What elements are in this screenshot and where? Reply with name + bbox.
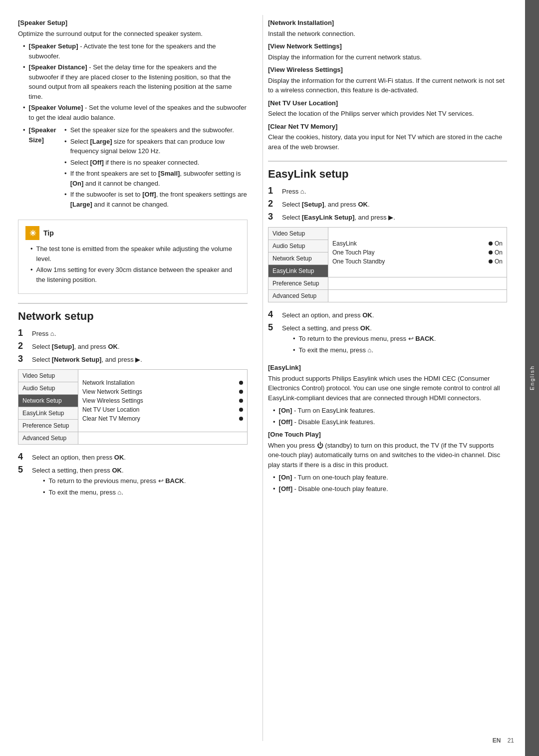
home-icon (368, 346, 372, 354)
step-text-2: Select [Setup], and press OK. (32, 343, 120, 350)
step-num-5: 5 (268, 322, 279, 333)
menu-right-item: Net TV User Location (82, 405, 243, 414)
easylink-steps-after: 4 Select an option, and press OK. 5 Sele… (268, 309, 507, 358)
menu-left-item: Audio Setup (269, 240, 328, 252)
table-row: Advanced Setup (269, 290, 507, 302)
main-content: [Speaker Setup] Optimize the surround ou… (0, 0, 527, 756)
step-num-1: 1 (268, 186, 279, 196)
step-3: 3 Select [EasyLink Setup], and press . (268, 212, 507, 222)
step-5-sub: To return to the previous menu, press ↩ … (293, 334, 436, 355)
step-4: 4 Select an option, and press OK. (268, 309, 507, 320)
dot-on-indicator: On (489, 249, 503, 256)
clear-net-tv-desc: Clear the cookies, history, data you inp… (268, 132, 507, 152)
arrow-right-icon (388, 214, 393, 221)
page: English [Speaker Setup] Optimize the sur… (0, 0, 539, 756)
item-label: [Speaker Size] (29, 125, 58, 145)
menu-right-item: One Touch Standby On (332, 257, 503, 266)
menu-left-item-highlighted: Network Setup (18, 395, 78, 407)
step-1: 1 Press . (18, 328, 248, 338)
speaker-setup-list: [Speaker Setup] - Activate the test tone… (23, 41, 248, 214)
view-network-heading: [View Network Settings] (268, 41, 507, 51)
list-item: Select [Off] if there is no speaker conn… (64, 158, 248, 168)
home-icon (300, 188, 304, 195)
dot (489, 242, 493, 246)
list-item: [Off] - Disable EasyLink features. (273, 417, 507, 427)
speaker-setup-heading: [Speaker Setup] (18, 18, 248, 28)
menu-left-item: Network Setup (269, 252, 328, 265)
one-touch-play-items: [On] - Turn on one-touch play feature. [… (273, 473, 507, 494)
left-column: [Speaker Setup] Optimize the surround ou… (18, 15, 263, 741)
dot (489, 259, 493, 263)
menu-left-item: Advanced Setup (18, 432, 78, 445)
tip-header: ✳ Tip (25, 226, 240, 240)
easylink-desc: This product supports Philips Easylink w… (268, 374, 507, 403)
one-touch-play-heading: [One Touch Play] (268, 430, 507, 440)
list-item: To return to the previous menu, press ↩ … (293, 334, 436, 344)
step-text-2: Select [Setup], and press OK. (282, 201, 370, 208)
list-item: [On] - Turn on EasyLink features. (273, 406, 507, 416)
menu-right-empty (328, 277, 507, 290)
item-label: [Speaker Setup] - Activate the test tone… (29, 41, 248, 61)
network-install-desc: Install the network connection. (268, 29, 507, 39)
network-install-heading: [Network Installation] (268, 18, 507, 28)
right-column: [Network Installation] Install the netwo… (263, 15, 507, 741)
network-setup-section: Network setup 1 Press . 2 Select [Setup]… (18, 303, 248, 500)
home-icon (118, 489, 122, 496)
menu-right-item: View Wireless Settings (82, 396, 243, 405)
menu-left-item: Video Setup (18, 370, 78, 382)
table-row: Advanced Setup (18, 432, 248, 445)
easylink-items: [On] - Turn on EasyLink features. [Off] … (273, 406, 507, 427)
speaker-size-list: Set the speaker size for the speakers an… (64, 125, 248, 211)
list-item: [Off] - Disable one-touch play feature. (273, 484, 507, 494)
speaker-setup-intro: Optimize the surround output for the con… (18, 29, 248, 39)
step-2: 2 Select [Setup], and press OK. (18, 341, 248, 351)
dot (489, 251, 493, 254)
menu-right-panel: EasyLink On One Touch Play On One Touch … (328, 228, 507, 277)
menu-left-item: Video Setup (269, 228, 328, 240)
network-setup-title: Network setup (18, 303, 248, 323)
easylink-desc-heading: [EasyLink] (268, 363, 507, 373)
step-3: 3 Select [Network Setup], and press . (18, 354, 248, 364)
easylink-setup-title: EasyLink setup (268, 161, 507, 181)
menu-right-empty (328, 290, 507, 302)
step-num-1: 1 (18, 328, 29, 338)
power-icon: ⏻ (317, 442, 323, 449)
net-tv-location-desc: Select the location of the Philips serve… (268, 109, 507, 119)
home-icon (50, 330, 54, 337)
step-text-3: Select [Network Setup], and press . (32, 356, 142, 363)
step-num-5: 5 (18, 465, 29, 475)
back-icon: ↩ (408, 335, 414, 342)
menu-right-item: One Touch Play On (332, 248, 503, 257)
step-num-3: 3 (18, 354, 29, 364)
page-num: 21 (508, 737, 514, 744)
step-text-4: Select an option, then press OK. (32, 454, 126, 461)
list-item: [Speaker Setup] - Activate the test tone… (23, 41, 248, 61)
menu-left-item: Preference Setup (18, 420, 78, 432)
dot-indicator (239, 408, 243, 412)
table-row: Preference Setup (269, 277, 507, 290)
step-text-5: Select a setting, and press OK. To retur… (282, 324, 436, 358)
item-label: [Speaker Distance] - Set the delay time … (29, 62, 248, 101)
step-text-4: Select an option, and press OK. (282, 311, 374, 319)
step-5: 5 Select a setting, and press OK. To ret… (268, 322, 507, 358)
tip-box: ✳ Tip The test tone is emitted from the … (18, 220, 248, 294)
list-item: The test tone is emitted from the speake… (30, 244, 240, 263)
back-icon: ↩ (158, 477, 164, 485)
list-item: To exit the menu, press . (43, 488, 186, 498)
list-item: [Speaker Size] Set the speaker size for … (23, 124, 248, 214)
dot-indicator (239, 417, 243, 421)
easylink-setup-section: EasyLink setup 1 Press . 2 Select [Setup… (268, 161, 507, 494)
net-tv-location-heading: [Net TV User Location] (268, 98, 507, 108)
list-item: [On] - Turn on one-touch play feature. (273, 473, 507, 483)
table-row: Video Setup EasyLink On One Touch Play O… (269, 228, 507, 240)
step-2: 2 Select [Setup], and press OK. (268, 199, 507, 209)
step-num-2: 2 (268, 199, 279, 209)
step-text-5: Select a setting, then press OK. To retu… (32, 467, 186, 500)
menu-right-item: View Network Settings (82, 387, 243, 396)
step-1: 1 Press . (268, 186, 507, 196)
menu-left-item-highlighted: EasyLink Setup (269, 265, 328, 277)
speaker-setup-section: [Speaker Setup] Optimize the surround ou… (18, 18, 248, 214)
menu-right-item: Network Installation (82, 378, 243, 387)
menu-left-item: Advanced Setup (269, 290, 328, 302)
menu-right-panel: Network Installation View Network Settin… (78, 370, 248, 432)
